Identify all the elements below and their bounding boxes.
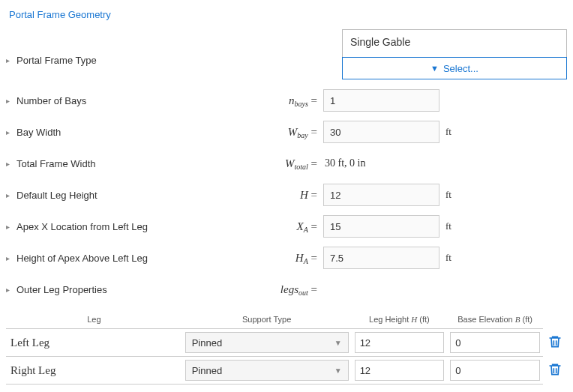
leg-height-symbol: H = [300, 189, 323, 202]
frame-type-label: Portal Frame Type [16, 55, 97, 66]
apex-x-unit: ft [440, 220, 462, 232]
leg-height-cell[interactable] [355, 332, 445, 353]
base-elev-cell[interactable] [450, 332, 540, 353]
nbays-symbol: nbays = [289, 94, 323, 107]
delete-button[interactable] [548, 334, 562, 352]
table-row: Right Leg Pinned ▼ [6, 357, 567, 385]
leg-name: Left Leg [6, 329, 182, 357]
chevron-right-icon: ▸ [6, 223, 14, 231]
chevron-right-icon: ▸ [6, 286, 14, 294]
trash-icon [548, 334, 562, 350]
bay-width-input[interactable] [323, 121, 440, 143]
chevron-down-icon: ▼ [334, 339, 342, 347]
total-width-label: Total Frame Width [16, 158, 95, 169]
outer-legs-label: Outer Leg Properties [16, 284, 107, 295]
select-button-label: Select... [443, 63, 478, 74]
apex-x-input[interactable] [323, 215, 440, 238]
th-height: Leg Height H (ft) [352, 310, 448, 329]
chevron-right-icon: ▸ [6, 56, 14, 64]
chevron-right-icon: ▸ [6, 160, 14, 168]
apex-h-label: Height of Apex Above Left Leg [16, 253, 148, 264]
apex-x-label: Apex X Location from Left Leg [16, 221, 148, 232]
delete-button[interactable] [548, 361, 562, 380]
support-select[interactable]: Pinned ▼ [185, 332, 349, 353]
total-width-value: 30 ft, 0 in [323, 157, 365, 169]
bay-width-unit: ft [440, 126, 462, 138]
leg-height-unit: ft [440, 189, 462, 201]
th-support: Support Type [182, 310, 352, 329]
leg-name: Right Leg [6, 357, 182, 385]
apex-h-unit: ft [440, 252, 462, 264]
leg-height-input[interactable] [323, 184, 440, 206]
leg-height-label: Default Leg Height [16, 190, 98, 201]
nbays-label: Number of Bays [16, 95, 86, 106]
chevron-right-icon: ▸ [6, 191, 14, 199]
select-button[interactable]: ▼ Select... [342, 57, 567, 79]
chevron-right-icon: ▸ [6, 128, 14, 136]
frame-type-input[interactable]: Single Gable [342, 29, 567, 58]
filter-icon: ▼ [430, 64, 439, 73]
bay-width-label: Bay Width [16, 127, 61, 138]
chevron-right-icon: ▸ [6, 254, 14, 262]
base-elev-cell[interactable] [450, 360, 540, 381]
section-title: Portal Frame Geometry [9, 9, 567, 20]
leg-height-cell[interactable] [355, 360, 445, 381]
total-width-symbol: Wtotal = [285, 157, 323, 170]
outer-legs-symbol: legsout = [280, 283, 323, 296]
apex-h-symbol: HA = [296, 252, 323, 265]
table-row: Left Leg Pinned ▼ [6, 329, 567, 357]
th-base: Base Elevation B (ft) [447, 310, 543, 329]
chevron-down-icon: ▼ [334, 367, 342, 375]
legs-table: Leg Support Type Leg Height H (ft) Base … [6, 310, 567, 385]
chevron-right-icon: ▸ [6, 97, 14, 105]
nbays-input[interactable] [323, 89, 440, 112]
trash-icon [548, 361, 562, 378]
support-select[interactable]: Pinned ▼ [185, 360, 349, 381]
th-leg: Leg [6, 310, 182, 329]
apex-x-symbol: XA = [297, 220, 324, 233]
apex-h-input[interactable] [323, 247, 440, 269]
bay-width-symbol: Wbay = [288, 126, 323, 139]
